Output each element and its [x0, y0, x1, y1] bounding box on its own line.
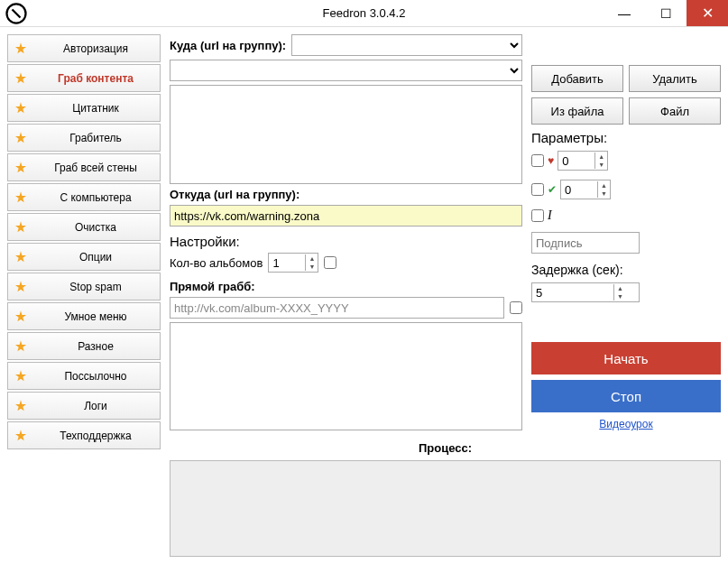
sidebar-item-label: Разное: [37, 340, 154, 353]
check-icon: ✔: [548, 183, 557, 196]
star-icon: [14, 280, 28, 294]
delay-spinner[interactable]: ▲▼: [531, 282, 640, 302]
albums-checkbox[interactable]: [324, 256, 336, 269]
sidebar-item-4[interactable]: Граб всей стены: [7, 153, 161, 181]
sidebar-item-3[interactable]: Грабитель: [7, 124, 161, 152]
direct-grab-label: Прямой грабб:: [170, 280, 522, 293]
window-title: Feedron 3.0.4.2: [323, 6, 406, 20]
star-icon: [14, 369, 28, 384]
kuda-select[interactable]: [291, 34, 522, 56]
heart-spinner[interactable]: ▲▼: [558, 151, 608, 171]
tutorial-link[interactable]: Видеоурок: [531, 418, 721, 430]
sidebar-item-9[interactable]: Умное меню: [7, 302, 161, 330]
heart-checkbox[interactable]: [531, 154, 544, 167]
sidebar-item-2[interactable]: Цитатник: [7, 94, 161, 122]
spinner-up-icon[interactable]: ▲: [595, 153, 607, 161]
sidebar-item-11[interactable]: Поссылочно: [7, 362, 161, 390]
star-icon: [14, 71, 28, 86]
params-label: Параметры:: [531, 130, 721, 145]
star-icon: [14, 339, 28, 354]
delay-value[interactable]: [532, 283, 613, 301]
star-icon: [14, 429, 28, 443]
kuda-select-2[interactable]: [170, 60, 522, 81]
sidebar-item-0[interactable]: Авторизация: [7, 34, 161, 62]
check-value[interactable]: [561, 180, 597, 199]
add-button[interactable]: Добавить: [531, 65, 623, 92]
sidebar-item-label: Авторизация: [37, 42, 154, 55]
heart-icon: ♥: [548, 154, 554, 167]
maximize-button[interactable]: ☐: [645, 0, 687, 26]
sidebar-item-label: Опции: [37, 251, 154, 264]
sidebar-item-8[interactable]: Stop spam: [7, 273, 161, 300]
spinner-down-icon[interactable]: ▼: [614, 292, 626, 300]
grab-list[interactable]: [170, 322, 522, 430]
italic-icon: I: [548, 208, 552, 223]
delete-button[interactable]: Удалить: [629, 65, 721, 92]
albums-spinner[interactable]: ▲▼: [268, 253, 318, 273]
spinner-up-icon[interactable]: ▲: [306, 254, 318, 263]
albums-label: Кол-во альбомов: [170, 256, 263, 270]
kuda-list[interactable]: [170, 85, 522, 184]
star-icon: [14, 220, 28, 235]
start-button[interactable]: Начать: [531, 342, 721, 374]
otkuda-label: Откуда (url на группу):: [170, 188, 522, 201]
close-button[interactable]: ✕: [687, 0, 728, 26]
file-button[interactable]: Файл: [629, 97, 721, 125]
direct-grab-input[interactable]: [170, 297, 504, 319]
star-icon: [14, 310, 28, 324]
star-icon: [14, 101, 28, 116]
sidebar-item-7[interactable]: Опции: [7, 243, 161, 271]
heart-value[interactable]: [558, 152, 594, 170]
albums-value[interactable]: [269, 254, 305, 272]
star-icon: [14, 190, 28, 205]
star-icon: [14, 250, 28, 264]
minimize-button[interactable]: —: [604, 0, 645, 26]
sidebar-item-label: Очистка: [37, 221, 154, 234]
sidebar-item-label: Грабитель: [37, 132, 154, 144]
spinner-up-icon[interactable]: ▲: [598, 181, 610, 190]
spinner-down-icon[interactable]: ▼: [595, 161, 607, 169]
check-spinner[interactable]: ▲▼: [560, 180, 611, 199]
delay-label: Задержка (сек):: [531, 263, 721, 277]
sidebar-item-label: Цитатник: [37, 102, 154, 115]
otkuda-input[interactable]: [170, 205, 522, 227]
sidebar-item-label: Граб всей стены: [37, 162, 154, 174]
app-icon: [5, 3, 27, 24]
fromfile-button[interactable]: Из файла: [531, 97, 623, 125]
sidebar-item-6[interactable]: Очистка: [7, 213, 161, 241]
sidebar-item-13[interactable]: Техподдержка: [7, 421, 161, 449]
signature-input[interactable]: [531, 232, 640, 254]
sidebar: АвторизацияГраб контентаЦитатникГрабител…: [7, 34, 161, 557]
sidebar-item-label: Граб контента: [37, 72, 154, 85]
sidebar-item-5[interactable]: С компьютера: [7, 183, 161, 211]
sidebar-item-label: С компьютера: [37, 191, 154, 204]
sidebar-item-12[interactable]: Логи: [7, 392, 161, 420]
star-icon: [14, 161, 28, 175]
settings-label: Настройки:: [170, 234, 522, 249]
sidebar-item-1[interactable]: Граб контента: [7, 64, 161, 92]
spinner-up-icon[interactable]: ▲: [614, 284, 626, 292]
star-icon: [14, 399, 28, 413]
direct-grab-checkbox[interactable]: [510, 301, 522, 314]
sidebar-item-label: Техподдержка: [37, 430, 154, 442]
process-label: Процесс:: [419, 441, 472, 455]
sidebar-item-label: Логи: [37, 400, 154, 412]
sidebar-item-label: Умное меню: [37, 310, 154, 323]
spinner-down-icon[interactable]: ▼: [598, 190, 610, 198]
stop-button[interactable]: Стоп: [531, 380, 721, 412]
star-icon: [14, 131, 28, 145]
sidebar-item-label: Поссылочно: [37, 370, 154, 383]
sidebar-item-10[interactable]: Разное: [7, 332, 161, 360]
spinner-down-icon[interactable]: ▼: [306, 263, 318, 271]
check-checkbox[interactable]: [531, 183, 544, 196]
sidebar-item-label: Stop spam: [37, 281, 154, 293]
progress-bar: [170, 460, 721, 557]
kuda-label: Куда (url на группу):: [170, 39, 286, 52]
italic-checkbox[interactable]: [531, 209, 544, 222]
star-icon: [14, 42, 28, 56]
titlebar: Feedron 3.0.4.2 — ☐ ✕: [0, 0, 728, 27]
